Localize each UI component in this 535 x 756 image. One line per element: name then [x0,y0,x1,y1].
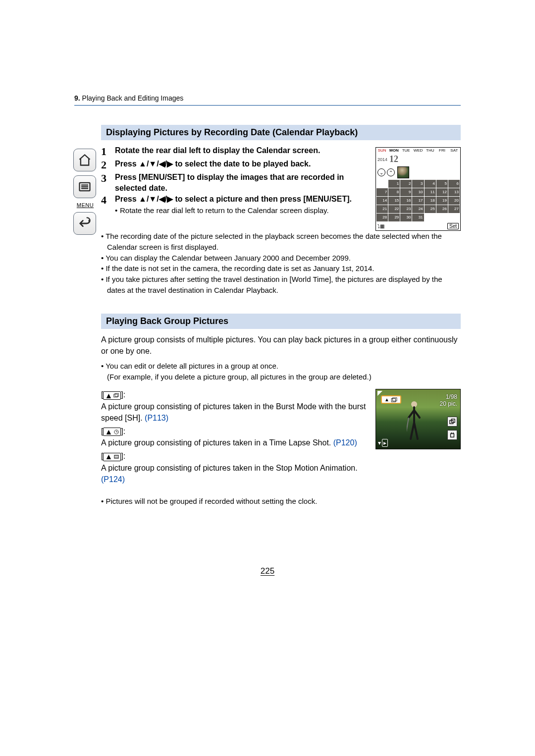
playback-figure: ▲ 1/98 20 pic. ▾ ▸ [375,389,461,449]
svg-rect-14 [451,434,454,437]
calendar-figure: SUN MON TUE WED THU FRI SAT 2014 12 ⌄ ⌃ [375,147,461,231]
group-type-stopmotion: [▲]: A picture group consisting of pictu… [101,450,369,485]
home-icon[interactable] [73,149,96,171]
link-p124[interactable]: (P124) [101,475,125,484]
svg-line-18 [407,418,409,435]
toc-icon[interactable] [73,175,96,198]
group-type-burst: [▲]: A picture group consisting of pictu… [101,389,369,424]
pf-icon-1 [447,417,457,427]
back-icon[interactable] [73,212,96,235]
section-title-group: Playing Back Group Pictures [101,314,461,329]
page-number: 225 [74,566,461,576]
svg-rect-10 [391,398,395,402]
cal-prev-icon: ⌄ [377,168,385,176]
svg-rect-11 [393,398,397,401]
group-note2: Pictures will not be grouped if recorded… [101,496,461,507]
group-badge: ▲ [381,395,401,404]
steps-list: 1Rotate the rear dial left to display th… [101,145,371,216]
burst-group-icon: ▲ [103,391,121,400]
pf-play-hint: ▾ ▸ [378,439,388,447]
svg-rect-4 [114,394,118,397]
link-p120[interactable]: (P120) [333,438,357,447]
menu-label: MENU [73,202,97,208]
cal-next-icon: ⌃ [387,168,395,176]
cal-thumb [397,166,409,178]
section1-notes: The recording date of the picture select… [101,231,461,296]
sidebar: MENU [73,149,97,239]
group-note1: You can edit or delete all pictures in a… [101,361,461,382]
section-title-calendar: Displaying Pictures by Recording Date (C… [101,125,461,140]
link-p113[interactable]: (P113) [145,414,168,422]
group-intro: A picture group consists of multiple pic… [101,334,461,357]
stopmotion-group-icon: ▲ [103,453,121,461]
cal-return-icon: ⤵▦ [377,223,384,229]
golfer-icon [407,400,424,441]
chapter-header: 9. Playing Back and Editing Images [74,94,461,105]
header-rule [74,105,461,106]
timelapse-group-icon: ▲ [103,428,121,436]
group-type-timelapse: [▲]: A picture group consisting of pictu… [101,426,369,448]
svg-rect-5 [115,393,119,396]
cal-set-button: Set [447,223,459,229]
svg-rect-7 [114,455,118,459]
pf-icon-2 [447,430,457,440]
